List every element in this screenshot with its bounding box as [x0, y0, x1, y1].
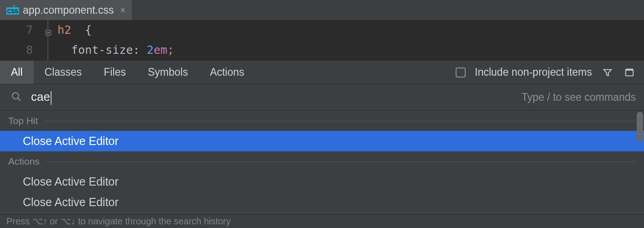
- search-scope-tabs: All Classes Files Symbols Actions Includ…: [0, 61, 644, 84]
- search-everywhere-popup: All Classes Files Symbols Actions Includ…: [0, 60, 644, 228]
- text-caret: [51, 91, 52, 105]
- include-non-project-checkbox[interactable]: [456, 67, 466, 78]
- tab-all[interactable]: All: [0, 61, 34, 84]
- svg-text:CSS: CSS: [7, 8, 19, 15]
- tab-files[interactable]: Files: [93, 61, 137, 84]
- svg-point-6: [12, 93, 19, 99]
- tab-symbols[interactable]: Symbols: [137, 61, 199, 84]
- result-item[interactable]: Close Active Editor: [0, 131, 644, 151]
- search-row: cae Type / to see commands: [0, 84, 644, 111]
- close-icon[interactable]: ×: [120, 5, 125, 16]
- line-number: 8: [0, 40, 33, 60]
- svg-rect-4: [626, 70, 634, 76]
- file-tab[interactable]: CSS app.component.css ×: [0, 0, 132, 20]
- fold-handle-icon[interactable]: [45, 23, 52, 30]
- section-header-top-hit: Top Hit: [0, 111, 644, 131]
- code-line: font-size: 2em;: [57, 40, 174, 60]
- css-file-icon: CSS: [6, 5, 19, 15]
- result-item[interactable]: Close Active Editor: [0, 171, 644, 192]
- svg-line-7: [18, 98, 21, 101]
- search-input[interactable]: cae: [31, 90, 512, 104]
- section-header-actions: Actions: [0, 151, 644, 171]
- line-number: 7: [0, 20, 33, 40]
- search-icon: [11, 91, 22, 104]
- code-line: h2 {: [57, 20, 174, 40]
- editor-tab-bar: CSS app.component.css ×: [0, 0, 644, 20]
- gutter: 7 8: [0, 20, 44, 60]
- search-hint: Type / to see commands: [521, 91, 636, 104]
- file-tab-label: app.component.css: [23, 4, 114, 16]
- tab-actions[interactable]: Actions: [199, 61, 255, 84]
- tab-classes[interactable]: Classes: [34, 61, 93, 84]
- include-non-project-label: Include non-project items: [475, 66, 592, 78]
- open-in-window-icon[interactable]: [623, 66, 636, 79]
- filter-icon[interactable]: [601, 66, 614, 79]
- scrollbar-thumb[interactable]: [637, 112, 643, 142]
- code-area[interactable]: h2 { font-size: 2em;: [44, 20, 174, 60]
- result-item[interactable]: Close Active Editor: [0, 192, 644, 212]
- search-footer-hint: Press ⌥↑ or ⌥↓ to navigate through the s…: [0, 214, 644, 228]
- results-list: Top Hit Close Active Editor Actions Clos…: [0, 111, 644, 214]
- code-editor[interactable]: 7 8 h2 { font-size: 2em;: [0, 20, 644, 60]
- svg-rect-5: [626, 68, 634, 70]
